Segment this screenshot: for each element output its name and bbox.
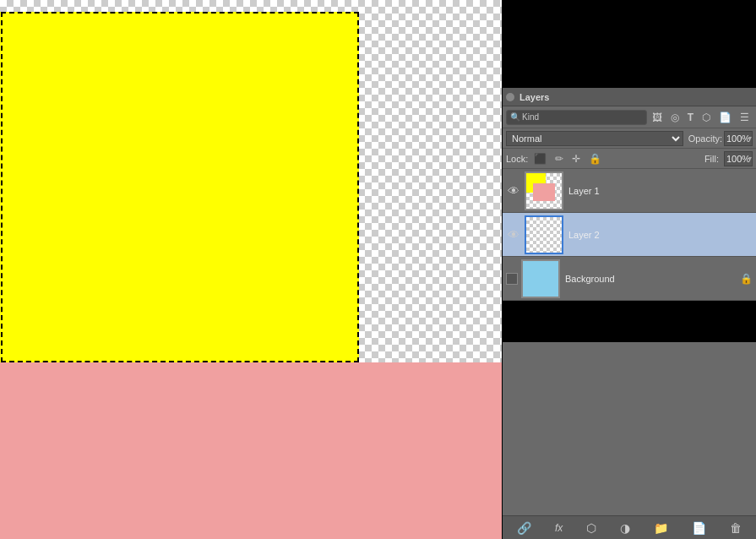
layer-item-background[interactable]: Background 🔒 <box>503 257 756 301</box>
adjustment-layer-button[interactable]: ◑ <box>618 520 632 536</box>
blend-mode-select[interactable]: Normal Dissolve Multiply Screen Overlay <box>506 131 683 146</box>
opacity-arrow-icon[interactable]: ▾ <box>748 134 752 142</box>
opacity-label: Opacity: <box>688 133 722 144</box>
background-thumbnail <box>521 259 560 298</box>
link-layers-button[interactable]: 🔗 <box>515 520 533 536</box>
lock-all-button[interactable]: 🔒 <box>586 152 604 166</box>
background-name: Background <box>565 274 740 284</box>
background-visibility-checkbox[interactable] <box>506 273 518 285</box>
layer2-visibility-toggle[interactable]: 👁 <box>506 227 521 242</box>
layer-text-icon[interactable]: T <box>684 110 697 125</box>
layer1-thumbnail <box>525 172 563 210</box>
layer-item-1[interactable]: 👁 Layer 1 <box>503 169 756 213</box>
lock-position-button[interactable]: ✛ <box>569 152 583 166</box>
layers-list: 👁 Layer 1 👁 Layer 2 <box>503 169 756 342</box>
layer1-name: Layer 1 <box>568 186 753 196</box>
layer-smart-icon[interactable]: 📄 <box>715 110 735 125</box>
background-thumb-content <box>523 261 558 297</box>
layers-title-bar: Layers <box>503 88 756 106</box>
fill-value: 100% <box>725 154 748 164</box>
layer2-thumb-checker <box>526 217 562 253</box>
layer-filter-box[interactable]: 🔍 <box>506 110 647 125</box>
opacity-input[interactable]: 100% ▾ <box>724 131 753 146</box>
delete-layer-button[interactable]: 🗑 <box>728 520 743 536</box>
search-icon: 🔍 <box>510 112 520 122</box>
layer-image-icon[interactable]: 🖼 <box>649 110 666 125</box>
layers-empty-space <box>503 342 756 515</box>
fill-label: Fill: <box>704 154 719 164</box>
layer1-pink-area <box>533 183 554 201</box>
pink-layer <box>0 362 502 539</box>
background-lock-icon: 🔒 <box>740 273 753 285</box>
layer-filter-icon[interactable]: ☰ <box>737 110 753 125</box>
lock-image-button[interactable]: ✏ <box>552 152 566 166</box>
layer2-name: Layer 2 <box>568 230 753 240</box>
layer-item-2[interactable]: 👁 Layer 2 <box>503 213 756 257</box>
new-layer-button[interactable]: 📄 <box>690 520 708 536</box>
lock-label: Lock: <box>506 154 528 164</box>
fill-arrow-icon[interactable]: ▾ <box>748 155 752 162</box>
blend-opacity-row: Normal Dissolve Multiply Screen Overlay … <box>503 128 756 149</box>
lock-pixels-button[interactable]: ⬛ <box>531 152 549 166</box>
lock-fill-row: Lock: ⬛ ✏ ✛ 🔒 Fill: 100% ▾ <box>503 149 756 169</box>
canvas-area <box>0 0 502 539</box>
layers-panel: Layers 🔍 🖼 ◎ T ⬡ 📄 ☰ Normal Dissolve Mul… <box>503 88 756 539</box>
layer1-visibility-toggle[interactable]: 👁 <box>506 183 521 199</box>
layer-effects-button[interactable]: fx <box>553 520 564 536</box>
layer1-thumb-content <box>526 173 562 209</box>
layer2-thumbnail <box>525 215 563 254</box>
new-group-button[interactable]: 📁 <box>652 520 670 536</box>
fill-input[interactable]: 100% ▾ <box>724 151 753 166</box>
yellow-layer <box>0 12 359 362</box>
layer1-eye-icon: 👁 <box>508 184 519 198</box>
layer-shape-icon[interactable]: ⬡ <box>699 110 714 125</box>
layers-panel-title: Layers <box>519 92 549 102</box>
layers-bottom-toolbar: 🔗 fx ⬡ ◑ 📁 📄 🗑 <box>503 515 756 539</box>
opacity-value: 100% <box>725 133 748 144</box>
layer2-eye-icon: 👁 <box>508 228 519 242</box>
layer-mask-button[interactable]: ⬡ <box>585 520 598 536</box>
layer-kind-input[interactable] <box>522 112 573 122</box>
panel-close-button[interactable] <box>506 93 514 101</box>
layers-toolbar: 🔍 🖼 ◎ T ⬡ 📄 ☰ <box>503 106 756 128</box>
layer-adjustment-icon[interactable]: ◎ <box>667 110 683 125</box>
